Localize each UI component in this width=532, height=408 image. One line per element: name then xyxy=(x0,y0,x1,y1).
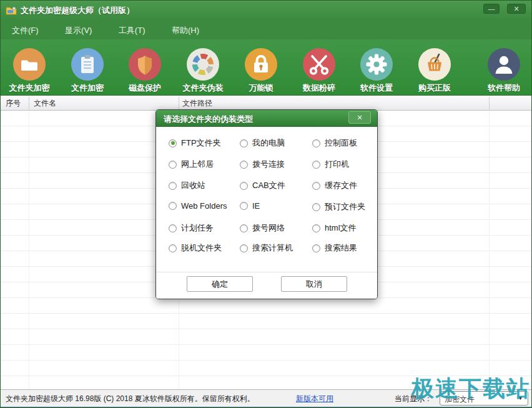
radio-icon xyxy=(169,139,177,147)
column-header-filename[interactable]: 文件名 xyxy=(34,98,56,109)
radio-option-12[interactable]: 计划任务 xyxy=(169,222,214,234)
toolbar-item-file-encrypt[interactable]: 文件加密 xyxy=(59,39,116,96)
radio-icon xyxy=(240,139,248,147)
dialog-body: FTP文件夹 我的电脑 控制面板 网上邻居 拨号连接 打印机 回收站 CAB文件… xyxy=(156,127,377,299)
radio-icon xyxy=(169,244,177,252)
option-row: 计划任务 拨号网络 html文件 xyxy=(156,222,377,234)
radio-option-17[interactable]: 搜索结果 xyxy=(312,242,357,254)
column-line xyxy=(489,111,490,389)
radio-icon xyxy=(240,224,248,232)
menu-bar: 文件(F) 显示(V) 工具(T) 帮助(H) xyxy=(1,19,531,39)
menu-file[interactable]: 文件(F) xyxy=(8,24,42,37)
toolbar-item-folder-encrypt[interactable]: 文件夹加密 xyxy=(1,39,57,96)
radio-icon xyxy=(312,161,320,169)
menu-view[interactable]: 显示(V) xyxy=(61,24,96,37)
disguise-type-dialog: 请选择文件夹的伪装类型 ✕ FTP文件夹 我的电脑 控制面板 网上邻居 拨号连接… xyxy=(155,109,378,299)
radio-option-7[interactable]: CAB文件 xyxy=(240,180,285,191)
toolbar-item-folder-disguise[interactable]: 文件夹伪装 xyxy=(175,39,231,96)
toolbar-label: 数据粉碎 xyxy=(291,82,347,94)
radio-option-6[interactable]: 回收站 xyxy=(169,180,205,191)
radio-icon xyxy=(169,182,177,190)
radio-icon xyxy=(312,182,320,190)
radio-icon xyxy=(240,244,248,252)
column-separator xyxy=(29,97,29,109)
disk-protect-icon xyxy=(129,48,161,81)
toolbar-label: 万能锁 xyxy=(233,82,289,94)
file-encrypt-icon xyxy=(71,48,104,81)
help-icon xyxy=(488,48,520,81)
radio-icon xyxy=(240,182,248,190)
column-header-filepath[interactable]: 文件路径 xyxy=(182,98,212,109)
radio-icon xyxy=(240,161,248,169)
toolbar-item-data-shred[interactable]: 数据粉碎 xyxy=(291,39,347,96)
radio-option-3[interactable]: 网上邻居 xyxy=(169,159,214,170)
radio-icon xyxy=(169,224,177,232)
radio-icon xyxy=(312,244,320,252)
settings-icon xyxy=(360,48,393,81)
radio-option-13[interactable]: 拨号网络 xyxy=(240,222,285,234)
column-header-index[interactable]: 序号 xyxy=(6,98,21,109)
app-logo-icon xyxy=(6,4,17,16)
folder-encrypt-icon xyxy=(13,48,46,81)
option-row: 脱机文件夹 搜索计算机 搜索结果 xyxy=(156,242,377,254)
radio-option-16[interactable]: 搜索计算机 xyxy=(240,242,293,254)
toolbar-label: 文件夹加密 xyxy=(1,82,57,94)
folder-disguise-icon xyxy=(187,48,219,81)
radio-option-8[interactable]: 缓存文件 xyxy=(312,180,357,191)
cancel-button[interactable]: 取消 xyxy=(281,276,347,292)
radio-option-1[interactable]: 我的电脑 xyxy=(240,137,285,149)
radio-option-2[interactable]: 控制面板 xyxy=(312,137,357,149)
ok-button[interactable]: 确定 xyxy=(187,276,253,292)
dialog-divider xyxy=(156,272,377,272)
menu-tools[interactable]: 工具(T) xyxy=(115,24,149,37)
dialog-close-button[interactable]: ✕ xyxy=(348,111,371,124)
toolbar-label: 文件夹伪装 xyxy=(175,82,231,94)
toolbar-label: 文件加密 xyxy=(59,82,116,94)
new-version-link[interactable]: 新版本可用 xyxy=(296,394,333,404)
radio-option-4[interactable]: 拨号连接 xyxy=(240,159,285,170)
radio-icon xyxy=(312,139,320,147)
radio-option-10[interactable]: IE xyxy=(240,201,260,211)
universal-lock-icon xyxy=(245,48,277,81)
radio-option-0[interactable]: FTP文件夹 xyxy=(169,137,221,149)
toolbar-item-disk-protect[interactable]: 磁盘保护 xyxy=(117,39,173,96)
toolbar-label: 磁盘保护 xyxy=(117,82,173,94)
radio-icon xyxy=(169,202,177,210)
radio-option-15[interactable]: 脱机文件夹 xyxy=(169,242,222,254)
option-row: 网上邻居 拨号连接 打印机 xyxy=(156,159,377,170)
toolbar-item-settings[interactable]: 软件设置 xyxy=(348,39,405,96)
column-separator xyxy=(179,97,179,109)
column-separator xyxy=(489,97,490,109)
option-row: 回收站 CAB文件 缓存文件 xyxy=(156,180,377,191)
radio-option-11[interactable]: 预订文件夹 xyxy=(312,201,365,212)
site-watermark: 极速下载站 xyxy=(411,374,530,404)
radio-icon xyxy=(312,224,320,232)
window-title: 文件夹加密超级大师（试用版） xyxy=(21,5,134,16)
title-bar: 文件夹加密超级大师（试用版） — ✕ xyxy=(1,1,531,19)
toolbar-label: 软件设置 xyxy=(348,82,405,94)
copyright-text: 文件夹加密超级大师 16.98版 (C) 2018 夏冰软件版权所有。保留所有权… xyxy=(6,394,255,404)
list-header: 序号 文件名 文件路径 xyxy=(1,96,531,111)
radio-icon xyxy=(312,203,320,211)
radio-option-14[interactable]: html文件 xyxy=(312,222,357,234)
radio-option-5[interactable]: 打印机 xyxy=(312,159,349,170)
toolbar-label: 购买正版 xyxy=(406,82,463,94)
column-line xyxy=(29,111,29,389)
toolbar: 文件夹加密 文件加密 磁盘保护 xyxy=(1,39,531,96)
toolbar-item-buy[interactable]: 购买正版 xyxy=(406,39,463,96)
close-button[interactable]: ✕ xyxy=(507,4,526,14)
buy-icon xyxy=(418,48,451,81)
radio-icon xyxy=(240,202,248,210)
radio-icon xyxy=(169,161,177,169)
app-window: 文件夹加密超级大师（试用版） — ✕ 文件(F) 显示(V) 工具(T) 帮助(… xyxy=(0,0,532,408)
data-shred-icon xyxy=(303,48,335,81)
radio-option-9[interactable]: Web Folders xyxy=(169,201,227,211)
toolbar-item-universal-lock[interactable]: 万能锁 xyxy=(233,39,289,96)
minimize-button[interactable]: — xyxy=(483,4,500,14)
option-row: Web Folders IE 预订文件夹 xyxy=(156,201,377,212)
toolbar-item-help[interactable]: 软件帮助 xyxy=(476,39,532,96)
toolbar-label: 软件帮助 xyxy=(476,82,532,94)
menu-help[interactable]: 帮助(H) xyxy=(168,24,203,37)
option-row: FTP文件夹 我的电脑 控制面板 xyxy=(156,137,377,149)
dialog-title-bar: 请选择文件夹的伪装类型 ✕ xyxy=(156,110,377,127)
